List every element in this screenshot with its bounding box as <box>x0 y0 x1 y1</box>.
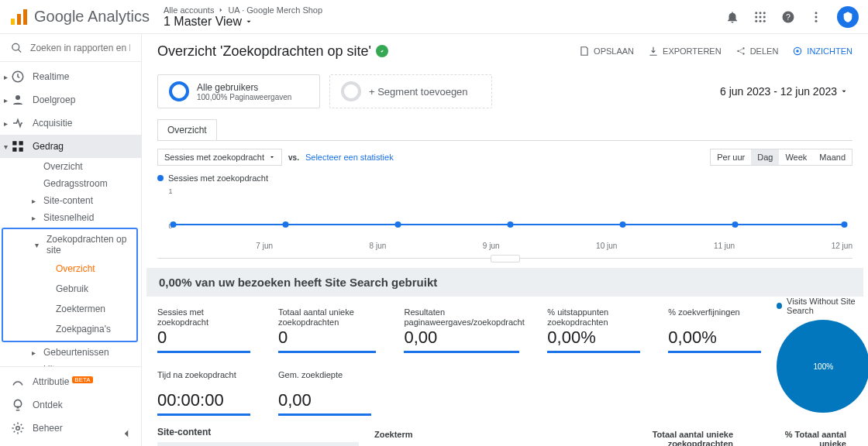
more-vert-icon[interactable] <box>809 10 823 24</box>
attribution-icon <box>11 375 25 389</box>
search-row <box>0 34 141 62</box>
search-input[interactable] <box>30 43 130 53</box>
brand-text: Google Analytics <box>34 8 150 26</box>
metric-dropdown[interactable]: Sessies met zoekopdracht <box>157 149 282 166</box>
dimension-selector: Site-content Zoekterm▸ Zoekcategorie voo… <box>157 427 359 446</box>
search-icon[interactable] <box>11 41 22 55</box>
sidebar: ▸Realtime ▸Doelgroep ▸Acquisitie ▾Gedrag… <box>0 34 142 446</box>
th-zoekterm: Zoekterm <box>374 430 413 446</box>
svg-point-37 <box>732 221 739 228</box>
svg-point-20 <box>16 95 20 100</box>
nav: ▸Realtime ▸Doelgroep ▸Acquisitie ▾Gedrag… <box>0 62 141 366</box>
nav-gedrag-overzicht[interactable]: Overzicht <box>28 158 141 175</box>
metric-sessies[interactable]: Sessies met zoekopdracht0 <box>157 307 250 353</box>
metric-tijd-na[interactable]: Tijd na zoekopdracht00:00:00 <box>157 370 250 416</box>
save-button[interactable]: OPSLAAN <box>579 46 634 57</box>
segment-all-users[interactable]: Alle gebruikers 100,00% Paginaweergaven <box>157 74 320 108</box>
nav-doelgroep[interactable]: ▸Doelgroep <box>0 88 141 112</box>
share-button[interactable]: DELEN <box>735 46 779 57</box>
time-hour[interactable]: Per uur <box>711 149 751 165</box>
accounts-link[interactable]: Alle accounts <box>164 5 214 15</box>
svg-point-8 <box>763 15 766 18</box>
metric-zoekdiepte[interactable]: Gem. zoekdiepte0,00 <box>278 370 371 416</box>
analytics-icon <box>9 8 28 26</box>
sitecontent-heading: Site-content <box>157 427 359 437</box>
metric-uitstap[interactable]: % uitstappunten zoekopdrachten0,00% <box>547 307 640 353</box>
svg-point-32 <box>170 221 177 228</box>
save-icon <box>579 46 590 57</box>
metrics-row-2: Tijd na zoekopdracht00:00:00 Gem. zoekdi… <box>142 353 777 416</box>
nav-acquisitie[interactable]: ▸Acquisitie <box>0 112 141 135</box>
nav-realtime[interactable]: ▸Realtime <box>0 65 141 88</box>
nav-gedrag-stroom[interactable]: Gedragsstroom <box>28 175 141 192</box>
select-stat-link[interactable]: Selecteer een statistiek <box>305 153 394 162</box>
export-button[interactable]: EXPORTEREN <box>648 46 722 57</box>
metric-totaal-uniek[interactable]: Totaal aantal unieke zoekopdrachten0 <box>278 307 376 353</box>
svg-point-25 <box>16 427 20 431</box>
pie-chart: 100% <box>777 320 868 413</box>
segment-row: Alle gebruikers 100,00% Paginaweergaven … <box>142 68 868 108</box>
property-link[interactable]: UA · Google Merch Shop <box>228 5 322 15</box>
chevron-left-icon <box>119 427 133 441</box>
time-day[interactable]: Dag <box>751 149 779 165</box>
metrics-row-1: Sessies met zoekopdracht0 Totaal aantal … <box>142 297 777 353</box>
nav-uitgever[interactable]: ▸Uitgever <box>28 361 141 366</box>
nav-gedrag-sitecontent[interactable]: ▸Site-content <box>28 192 141 209</box>
vs-label: vs. <box>288 153 299 162</box>
time-week[interactable]: Week <box>779 149 813 165</box>
bell-icon[interactable] <box>725 10 739 24</box>
apps-icon[interactable] <box>753 10 767 24</box>
pie-chart-area: Visits Without Site Search 100% <box>777 297 868 416</box>
svg-rect-24 <box>19 148 23 152</box>
line-chart: 1 0 <box>157 186 852 240</box>
chart-controls: Sessies met zoekopdracht vs. Selecteer e… <box>142 141 868 169</box>
view-name: 1 Master View <box>164 15 242 29</box>
svg-point-10 <box>760 19 762 22</box>
svg-line-18 <box>18 49 21 52</box>
svg-point-36 <box>620 221 626 228</box>
date-range-picker[interactable]: 6 jun 2023 - 12 jun 2023 <box>720 74 848 108</box>
nav-zoek-overzicht[interactable]: Overzicht <box>42 259 136 279</box>
acquisition-icon <box>11 116 25 130</box>
help-icon[interactable]: ? <box>781 10 795 24</box>
segment-add[interactable]: + Segment toevoegen <box>329 74 492 108</box>
nav-zoekopdrachten[interactable]: ▾Zoekopdrachten op site <box>31 231 136 259</box>
nav-gedrag[interactable]: ▾Gedrag <box>0 135 141 158</box>
metric-resultaten[interactable]: Resultaten paginaweergaves/zoekopdracht0… <box>404 307 519 353</box>
nav-gebeurtenissen[interactable]: ▸Gebeurtenissen <box>28 344 141 361</box>
insights-button[interactable]: INZICHTEN <box>792 46 852 57</box>
avatar[interactable] <box>837 6 859 28</box>
bottom-panel: Site-content Zoekterm▸ Zoekcategorie voo… <box>142 416 868 446</box>
svg-point-35 <box>508 221 514 228</box>
header-actions: OPSLAAN EXPORTEREN DELEN INZICHTEN <box>579 46 852 57</box>
svg-point-34 <box>395 221 401 228</box>
nav-zoek-gebruik[interactable]: Gebruik <box>42 279 136 299</box>
nav-zoek-paginas[interactable]: Zoekpagina's <box>42 319 136 339</box>
dim-zoekterm[interactable]: Zoekterm▸ <box>157 442 359 446</box>
svg-point-33 <box>283 221 289 228</box>
nav-ontdek[interactable]: Ontdek <box>0 393 141 417</box>
pie-legend: Visits Without Site Search <box>777 297 868 315</box>
tab-overzicht[interactable]: Overzicht <box>157 119 217 140</box>
brand-logo[interactable]: Google Analytics <box>9 8 150 26</box>
nav-attributie[interactable]: AttributieBETA <box>0 370 141 393</box>
time-month[interactable]: Maand <box>813 149 852 165</box>
download-icon <box>648 46 659 57</box>
nav-zoek-termen[interactable]: Zoektermen <box>42 299 136 319</box>
metric-verfijn[interactable]: % zoekverfijningen0,00% <box>668 307 761 353</box>
breadcrumb[interactable]: Alle accounts UA · Google Merch Shop 1 M… <box>164 5 322 29</box>
svg-point-26 <box>737 50 739 52</box>
legend-dot-icon <box>157 175 164 181</box>
nav-zoekopdrachten-group: ▾Zoekopdrachten op site Overzicht Gebrui… <box>2 228 138 342</box>
segment-circle-icon <box>169 81 189 101</box>
collapse-sidebar[interactable] <box>119 427 133 443</box>
svg-text:?: ? <box>786 12 790 21</box>
table-header: Zoekterm Totaal aantal unieke zoekopdrac… <box>368 427 852 446</box>
chart-resize-handle[interactable] <box>157 258 852 259</box>
secondary-tabs: Overzicht <box>157 119 852 140</box>
behavior-icon <box>11 139 25 153</box>
bulb-icon <box>11 398 25 412</box>
segment-subtitle: 100,00% Paginaweergaven <box>197 93 291 101</box>
nav-gedrag-sitesnelheid[interactable]: ▸Sitesnelheid <box>28 209 141 226</box>
y-tick-1: 1 <box>169 187 173 195</box>
